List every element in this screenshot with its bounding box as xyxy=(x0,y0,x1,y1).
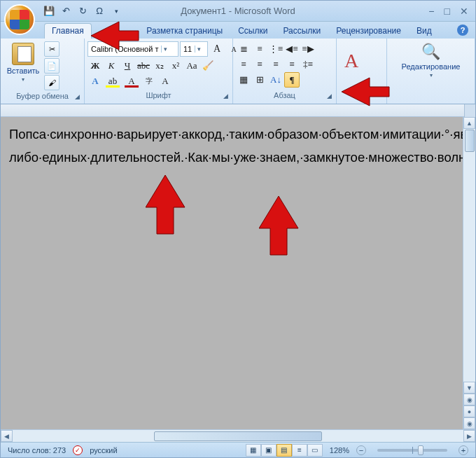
vertical-scrollbar[interactable]: ▲ ▼ ◉ ● ◉ xyxy=(463,117,475,429)
underline-button[interactable]: Ч xyxy=(120,58,135,74)
increase-indent-button[interactable]: ≡▶ xyxy=(300,41,316,57)
clipboard-launcher[interactable]: ◢ xyxy=(73,93,81,102)
align-center-button[interactable]: ≡ xyxy=(252,57,267,72)
italic-button[interactable]: К xyxy=(104,58,119,74)
styles-button[interactable]: A Стили xyxy=(332,48,371,83)
quick-access-toolbar: 💾 ↶ ↻ Ω ▾ xyxy=(43,5,122,18)
maximize-button[interactable]: □ xyxy=(444,6,450,17)
paste-icon xyxy=(12,43,34,65)
styles-icon: A xyxy=(344,50,358,72)
scroll-thumb-v[interactable] xyxy=(465,130,475,152)
save-icon[interactable]: 💾 xyxy=(43,5,55,18)
binoculars-icon: 🔍 xyxy=(421,43,440,61)
select-browse-button[interactable]: ● xyxy=(463,405,475,417)
tab-page-layout[interactable]: Разметка страницы xyxy=(139,24,230,39)
office-button[interactable] xyxy=(4,4,35,35)
change-case-button[interactable]: Aa xyxy=(184,58,200,74)
close-button[interactable]: ✕ xyxy=(460,6,468,17)
grow-font-button[interactable]: A xyxy=(209,41,225,57)
help-icon[interactable]: ? xyxy=(457,25,468,36)
ruler[interactable] xyxy=(1,104,475,117)
redo-icon[interactable]: ↻ xyxy=(76,5,89,18)
paste-button[interactable]: Вставить ▾ xyxy=(4,41,43,84)
zoom-slider[interactable] xyxy=(377,449,447,452)
group-clipboard-label: Буфер обмена◢ xyxy=(2,92,83,102)
titlebar: 💾 ↶ ↻ Ω ▾ Документ1 - Microsoft Word − □… xyxy=(1,1,475,22)
font-launcher[interactable]: ◢ xyxy=(221,92,230,101)
language[interactable]: русский xyxy=(90,446,117,454)
horizontal-scrollbar[interactable]: ◀ ▶ xyxy=(1,429,475,442)
scroll-up-button[interactable]: ▲ xyxy=(463,117,475,129)
zoom-out-button[interactable]: − xyxy=(356,445,366,455)
align-left-button[interactable]: ≡ xyxy=(236,57,251,72)
ribbon: Вставить ▾ ✂ 📄 🖌 Буфер обмена◢ Calibri (… xyxy=(1,39,475,104)
scroll-down-button[interactable]: ▼ xyxy=(463,382,475,394)
qat-dropdown-icon[interactable]: ▾ xyxy=(110,5,122,18)
tab-review[interactable]: Рецензирование xyxy=(329,24,408,39)
font-size-combo[interactable]: 11▾ xyxy=(180,41,208,57)
decrease-indent-button[interactable]: ◀≡ xyxy=(284,41,300,57)
zoom-level[interactable]: 128% xyxy=(330,446,349,454)
minimize-button[interactable]: − xyxy=(428,6,434,17)
cut-button[interactable]: ✂ xyxy=(44,41,59,57)
group-font-label: Шрифт◢ xyxy=(86,91,231,102)
outline-view[interactable]: ≡ xyxy=(292,444,307,457)
group-paragraph-label: Абзац◢ xyxy=(234,91,335,102)
word-count[interactable]: Число слов: 273 xyxy=(8,446,66,454)
full-screen-view[interactable]: ▣ xyxy=(261,444,276,457)
browse-next-button[interactable]: ◉ xyxy=(463,417,475,429)
numbering-button[interactable]: ≡ xyxy=(252,41,267,57)
character-border-button[interactable]: 字 xyxy=(141,74,157,89)
zoom-in-button[interactable]: + xyxy=(458,445,468,455)
paste-label: Вставить xyxy=(7,67,40,75)
bullets-button[interactable]: ≣ xyxy=(236,41,251,57)
clear-formatting-button[interactable]: 🧹 xyxy=(200,58,216,74)
multilevel-list-button[interactable]: ⋮≡ xyxy=(268,41,284,57)
tab-home[interactable]: Главная xyxy=(44,23,92,39)
group-font: Calibri (Основной т▾ 11▾ A A Ж К Ч abc x… xyxy=(85,39,233,104)
paragraph-launcher[interactable]: ◢ xyxy=(325,92,333,101)
strikethrough-button[interactable]: abc xyxy=(136,58,151,74)
undo-icon[interactable]: ↶ xyxy=(59,5,72,18)
document-body[interactable]: Попса·синхронно·варьирует·аккорд,·таким·… xyxy=(1,117,463,429)
ribbon-tabs: Главная Вставка Разметка страницы Ссылки… xyxy=(1,22,475,39)
group-styles: A Стили Стили xyxy=(337,39,387,104)
scroll-left-button[interactable]: ◀ xyxy=(1,430,13,442)
highlight-button[interactable]: ab xyxy=(104,74,122,89)
group-editing: 🔍 Редактирование ▾ xyxy=(387,39,475,104)
text-effects-button[interactable]: A xyxy=(88,74,103,89)
borders-button[interactable]: ⊞ xyxy=(252,72,267,88)
tab-references[interactable]: Ссылки xyxy=(231,24,274,39)
line-spacing-button[interactable]: ‡≡ xyxy=(300,57,316,72)
font-name-combo[interactable]: Calibri (Основной т▾ xyxy=(88,41,178,57)
window-title: Документ1 - Microsoft Word xyxy=(181,6,295,16)
bold-button[interactable]: Ж xyxy=(88,58,103,74)
superscript-button[interactable]: x² xyxy=(168,58,183,74)
copy-button[interactable]: 📄 xyxy=(44,58,59,74)
subscript-button[interactable]: x₂ xyxy=(152,58,167,74)
align-right-button[interactable]: ≡ xyxy=(268,57,284,72)
language-icon: ✓ xyxy=(73,445,83,455)
zoom-handle[interactable] xyxy=(418,445,424,455)
tab-view[interactable]: Вид xyxy=(410,24,439,39)
print-layout-view[interactable]: ▦ xyxy=(246,444,261,457)
browse-prev-button[interactable]: ◉ xyxy=(463,394,475,405)
enclose-characters-button[interactable]: A xyxy=(158,74,173,89)
font-color-button[interactable]: A xyxy=(122,74,141,89)
scroll-right-button[interactable]: ▶ xyxy=(463,430,475,442)
statusbar: Число слов: 273 ✓ русский ▦ ▣ ▤ ≡ ▭ 128%… xyxy=(1,442,475,457)
symbol-icon[interactable]: Ω xyxy=(93,5,106,18)
justify-button[interactable]: ≡ xyxy=(284,57,300,72)
find-button[interactable]: 🔍 Редактирование ▾ xyxy=(412,41,451,80)
group-paragraph: ≣ ≡ ⋮≡ ◀≡ ≡▶ ≡ ≡ ≡ ≡ ‡≡ ▦ ⊞ A↓ ¶ xyxy=(233,39,337,104)
shading-button[interactable]: ▦ xyxy=(236,72,251,88)
group-clipboard: Вставить ▾ ✂ 📄 🖌 Буфер обмена◢ xyxy=(1,39,85,104)
format-painter-button[interactable]: 🖌 xyxy=(44,75,59,90)
web-layout-view[interactable]: ▤ xyxy=(276,444,292,457)
sort-button[interactable]: A↓ xyxy=(268,72,284,88)
show-paragraph-marks-button[interactable]: ¶ xyxy=(284,72,300,88)
ruler-toggle-button[interactable] xyxy=(464,104,475,117)
tab-mailings[interactable]: Рассылки xyxy=(276,24,328,39)
scroll-thumb-h[interactable] xyxy=(154,431,322,441)
draft-view[interactable]: ▭ xyxy=(307,444,323,457)
